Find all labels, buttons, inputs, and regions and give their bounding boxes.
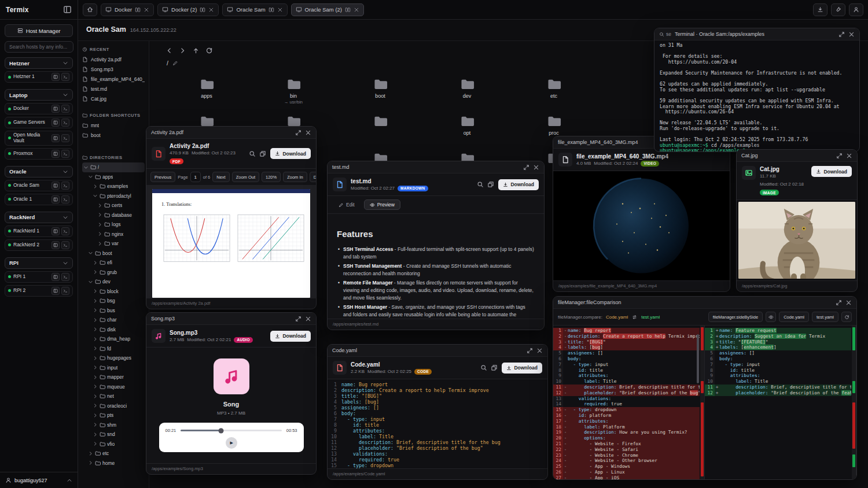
markdown-preview[interactable]: Features SSH Terminal Access - Full-feat… [328,214,544,319]
side-by-side-button[interactable]: fileManager.sideBySide [708,312,763,322]
chevron-right-icon[interactable] [97,203,102,208]
recent-file-song-mp3[interactable]: Song.mp3 [82,64,145,74]
grid-item-bin[interactable]: bin → usr/bin [250,73,337,110]
chevron-right-icon[interactable] [93,337,98,342]
expand-icon[interactable] [527,347,533,354]
close-icon[interactable] [533,164,539,171]
chevron-right-icon[interactable] [97,241,102,246]
tree-node-pterodactyl[interactable]: pterodactyl [82,191,145,201]
download-button[interactable]: Download [270,148,311,159]
chevron-right-icon[interactable] [97,231,102,236]
current-path[interactable]: / [167,60,168,66]
tree-node-bus[interactable]: bus [82,306,145,316]
expand-icon[interactable] [295,130,301,136]
shortcut-mnt[interactable]: mnt [82,120,145,130]
tree-node-nginx[interactable]: nginx [82,230,145,239]
refresh-button[interactable] [205,47,213,54]
group-header-rpi[interactable]: RPI [5,257,73,269]
chevron-right-icon[interactable] [93,327,98,332]
chevron-right-icon[interactable] [93,384,98,389]
left-file-button[interactable]: Code.yaml [779,312,809,322]
chevron-down-icon[interactable] [88,250,93,256]
grid-item-etc[interactable]: etc [510,73,597,110]
tab-docker[interactable]: Docker [101,3,154,16]
chevron-right-icon[interactable] [93,365,98,370]
expand-icon[interactable] [836,153,843,159]
up-button[interactable] [192,47,200,54]
split-icon[interactable] [200,7,205,13]
chevron-right-icon[interactable] [97,222,102,227]
swap-icon[interactable] [631,314,638,320]
audio-progress-knob[interactable] [219,428,224,433]
external-icon[interactable] [259,150,266,157]
chevron-right-icon[interactable] [93,432,98,437]
back-button[interactable] [165,47,173,54]
file-manager-button[interactable] [52,105,60,113]
visibility-button[interactable] [766,312,776,322]
tree-node-dev[interactable]: dev [82,277,145,287]
tree-node-shm[interactable]: shm [82,420,145,430]
scrollbar[interactable] [697,334,699,383]
terminal-button[interactable] [61,227,69,235]
tree-node-logs[interactable]: logs [82,220,145,230]
split-icon[interactable] [345,7,351,13]
external-icon[interactable] [487,181,494,188]
chevron-right-icon[interactable] [93,403,98,408]
search-icon[interactable] [249,150,256,157]
host-search-input[interactable] [5,41,73,53]
download-button[interactable]: Download [498,179,539,190]
chevron-right-icon[interactable] [88,460,93,465]
host-oracle-1[interactable]: Oracle 1 [5,194,73,205]
download-button[interactable]: Download [811,166,852,177]
close-icon[interactable] [305,130,311,136]
tree-node-efi[interactable]: efi [82,258,145,268]
close-icon[interactable] [305,316,311,322]
home-button[interactable] [83,3,97,16]
tree-node-examples[interactable]: examples [82,182,145,191]
grid-item[interactable] [337,110,424,147]
chevron-down-icon[interactable] [88,174,93,179]
terminal-button[interactable] [61,150,69,158]
chevron-right-icon[interactable] [97,212,102,217]
forward-button[interactable] [179,47,186,54]
file-manager-button[interactable] [52,150,60,158]
updates-button[interactable] [813,3,827,16]
expand-icon[interactable] [836,300,842,306]
split-icon[interactable] [269,7,274,13]
diff-panel-left[interactable]: 1- name: Bug report 2- description: Crea… [553,326,705,479]
close-icon[interactable] [354,7,359,13]
terminal-button[interactable] [61,182,69,190]
close-icon[interactable] [845,300,852,306]
tree-node-block[interactable]: block [82,287,145,297]
close-icon[interactable] [536,347,543,354]
tree-node-net[interactable]: net [82,391,145,401]
chevron-right-icon[interactable] [93,413,98,418]
user-menu[interactable]: bugattiguy527 [0,472,78,488]
host-hetzner-1[interactable]: Hetzner 1 [5,71,73,83]
host-oracle-sam[interactable]: Oracle Sam [5,180,73,191]
terminal-output[interactable]: on 31 Ma For more details see: https://u… [654,40,859,151]
file-manager-button[interactable] [52,273,60,281]
tree-node-disk[interactable]: disk [82,325,145,335]
file-manager-button[interactable] [52,227,60,235]
host-open-media-vault[interactable]: Open Media Vault [5,131,73,146]
tree-node-boot[interactable]: boot [82,249,145,258]
code-editor[interactable]: 1name: Bug report 2description: Create a… [328,379,547,468]
tree-node-var[interactable]: var [82,239,145,249]
terminal-button[interactable] [61,287,69,295]
recent-file-file-example-mp4-640-3mg[interactable]: file_example_MP4_640_3MG... [82,74,145,84]
host-docker[interactable]: Docker [5,103,73,114]
tree-node-fd[interactable]: fd [82,344,145,354]
group-header-laptop[interactable]: Laptop [5,89,73,101]
file-manager-button[interactable] [52,195,60,204]
chevron-down-icon[interactable] [93,193,98,198]
file-manager-button[interactable] [52,287,60,295]
zoom-in-button[interactable]: Zoom In [283,172,307,182]
recent-file-cat-jpg[interactable]: Cat.jpg [82,94,145,103]
tree-node-vfio[interactable]: vfio [82,439,145,449]
split-icon[interactable] [135,7,141,13]
search-icon[interactable] [477,181,484,188]
chevron-right-icon[interactable] [93,317,98,323]
external-icon[interactable] [491,364,498,371]
close-icon[interactable] [144,7,149,13]
